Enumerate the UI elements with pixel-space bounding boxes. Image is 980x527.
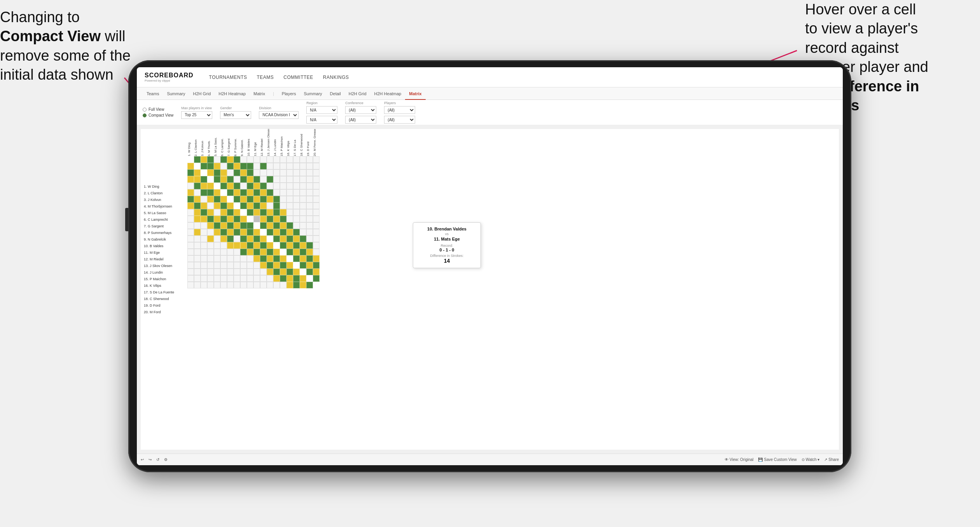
cell-13-8[interactable] — [234, 236, 240, 242]
conference-select[interactable]: (All) — [345, 106, 376, 114]
cell-14-3[interactable] — [201, 242, 207, 249]
cell-11-11[interactable] — [253, 222, 260, 229]
cell-18-19[interactable] — [306, 269, 313, 275]
cell-12-6[interactable] — [220, 229, 227, 236]
cell-12-3[interactable] — [201, 229, 207, 236]
cell-14-11[interactable] — [253, 242, 260, 249]
cell-11-13[interactable] — [267, 222, 273, 229]
cell-3-14[interactable] — [273, 169, 280, 176]
cell-13-5[interactable] — [214, 236, 220, 242]
cell-20-8[interactable] — [234, 282, 240, 288]
cell-20-16[interactable] — [286, 282, 293, 288]
cell-16-17[interactable] — [293, 255, 300, 262]
cell-2-13[interactable] — [267, 163, 273, 169]
cell-12-16[interactable] — [286, 229, 293, 236]
cell-14-12[interactable] — [260, 242, 267, 249]
subnav-matrix[interactable]: Matrix — [250, 87, 269, 100]
cell-18-12[interactable] — [260, 269, 267, 275]
cell-12-2[interactable] — [194, 229, 201, 236]
cell-11-18[interactable] — [300, 222, 306, 229]
cell-6-17[interactable] — [293, 189, 300, 196]
cell-6-14[interactable] — [273, 189, 280, 196]
cell-18-5[interactable] — [214, 269, 220, 275]
cell-8-8[interactable] — [234, 202, 240, 209]
cell-15-18[interactable] — [300, 249, 306, 255]
cell-13-11[interactable] — [253, 236, 260, 242]
cell-3-12[interactable] — [260, 169, 267, 176]
cell-5-13[interactable] — [267, 183, 273, 189]
cell-6-10[interactable] — [247, 189, 253, 196]
cell-14-1[interactable] — [187, 242, 194, 249]
gender-select[interactable]: Men's — [220, 111, 251, 119]
cell-18-10[interactable] — [247, 269, 253, 275]
cell-8-2[interactable] — [194, 202, 201, 209]
cell-10-2[interactable] — [194, 216, 201, 222]
subnav-h2hgrid[interactable]: H2H Grid — [189, 87, 215, 100]
compact-view-option[interactable]: Compact View — [143, 113, 173, 117]
cell-16-2[interactable] — [194, 255, 201, 262]
cell-1-14[interactable] — [273, 156, 280, 163]
cell-14-6[interactable] — [220, 242, 227, 249]
cell-1-10[interactable] — [247, 156, 253, 163]
cell-1-17[interactable] — [293, 156, 300, 163]
cell-1-15[interactable] — [280, 156, 286, 163]
cell-6-15[interactable] — [280, 189, 286, 196]
cell-5-14[interactable] — [273, 183, 280, 189]
cell-18-1[interactable] — [187, 269, 194, 275]
cell-11-15[interactable] — [280, 222, 286, 229]
cell-11-9[interactable] — [240, 222, 247, 229]
cell-17-10[interactable] — [247, 262, 253, 269]
players-select[interactable]: (All) — [384, 106, 415, 114]
cell-16-10[interactable] — [247, 255, 253, 262]
cell-6-16[interactable] — [286, 189, 293, 196]
cell-15-15[interactable] — [280, 249, 286, 255]
cell-17-14[interactable] — [273, 262, 280, 269]
cell-9-2[interactable] — [194, 209, 201, 216]
cell-18-17[interactable] — [293, 269, 300, 275]
cell-15-2[interactable] — [194, 249, 201, 255]
cell-13-19[interactable] — [306, 236, 313, 242]
cell-9-9[interactable] — [240, 209, 247, 216]
cell-9-7[interactable] — [227, 209, 234, 216]
subnav-h2hheatmap[interactable]: H2H Heatmap — [215, 87, 250, 100]
cell-7-3[interactable] — [201, 196, 207, 202]
cell-9-15[interactable] — [280, 209, 286, 216]
cell-7-1[interactable] — [187, 196, 194, 202]
cell-11-17[interactable] — [293, 222, 300, 229]
cell-14-7[interactable] — [227, 242, 234, 249]
cell-2-5[interactable] — [214, 163, 220, 169]
cell-18-14[interactable] — [273, 269, 280, 275]
subnav-h2hgrid2[interactable]: H2H Grid — [345, 87, 370, 100]
cell-16-14[interactable] — [273, 255, 280, 262]
cell-12-12[interactable] — [260, 229, 267, 236]
cell-15-20[interactable] — [313, 249, 320, 255]
cell-14-5[interactable] — [214, 242, 220, 249]
cell-7-7[interactable] — [227, 196, 234, 202]
cell-17-9[interactable] — [240, 262, 247, 269]
subnav-summary2[interactable]: Summary — [300, 87, 326, 100]
cell-12-20[interactable] — [313, 229, 320, 236]
cell-7-16[interactable] — [286, 196, 293, 202]
cell-10-15[interactable] — [280, 216, 286, 222]
cell-7-4[interactable] — [207, 196, 214, 202]
cell-15-3[interactable] — [201, 249, 207, 255]
cell-13-7[interactable] — [227, 236, 234, 242]
cell-9-1[interactable] — [187, 209, 194, 216]
cell-14-15[interactable] — [280, 242, 286, 249]
cell-3-20[interactable] — [313, 169, 320, 176]
cell-9-13[interactable] — [267, 209, 273, 216]
cell-7-13[interactable] — [267, 196, 273, 202]
cell-18-20[interactable] — [313, 269, 320, 275]
cell-9-10[interactable] — [247, 209, 253, 216]
cell-10-9[interactable] — [240, 216, 247, 222]
subnav-summary[interactable]: Summary — [163, 87, 189, 100]
cell-9-19[interactable] — [306, 209, 313, 216]
cell-5-1[interactable] — [187, 183, 194, 189]
cell-2-11[interactable] — [253, 163, 260, 169]
cell-3-6[interactable] — [220, 169, 227, 176]
cell-20-3[interactable] — [201, 282, 207, 288]
cell-20-4[interactable] — [207, 282, 214, 288]
cell-9-8[interactable] — [234, 209, 240, 216]
cell-8-1[interactable] — [187, 202, 194, 209]
cell-13-13[interactable] — [267, 236, 273, 242]
